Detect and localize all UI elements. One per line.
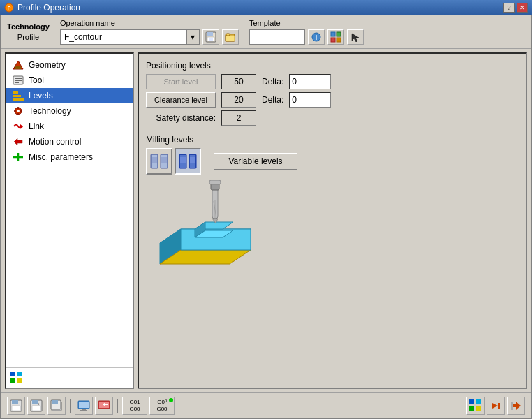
tool-label: Tool <box>29 75 44 85</box>
milling-mode2-icon <box>177 151 198 172</box>
save-all-icon <box>50 399 63 412</box>
template-input[interactable] <box>249 29 305 45</box>
help-button[interactable]: ? <box>503 3 515 13</box>
safety-value: 2 <box>221 110 256 126</box>
gcode-top: G01 <box>129 399 140 406</box>
gcode-mid1: G00 <box>129 406 140 413</box>
milling-mode2-btn[interactable] <box>175 148 201 175</box>
svg-text:P: P <box>8 6 11 10</box>
cursor-icon-btn[interactable] <box>347 29 364 45</box>
save-as-icon: + <box>30 399 43 412</box>
sidebar-item-tool[interactable]: Tool <box>6 73 133 88</box>
save-file-btn[interactable] <box>7 397 25 415</box>
start-delta-label: Delta: <box>262 77 283 87</box>
operation-name-row: F_contour ▾ <box>60 29 239 45</box>
exit-btn[interactable] <box>507 397 525 415</box>
dropdown-arrow-icon[interactable]: ▾ <box>186 30 199 44</box>
svg-rect-17 <box>15 66 21 69</box>
operation-name-section: Operation name F_contour ▾ <box>60 19 239 45</box>
gcode-bot: G00 <box>156 406 167 413</box>
right-panel: Positioning levels Start level 50 Delta:… <box>138 52 527 389</box>
svg-rect-11 <box>331 32 335 36</box>
sidebar-item-levels[interactable]: Levels <box>6 88 133 103</box>
motion-label: Motion control <box>29 137 81 147</box>
technology-icon <box>12 105 24 117</box>
start-level-button[interactable]: Start level <box>146 74 216 89</box>
sidebar-item-motion[interactable]: Motion control <box>6 134 133 149</box>
svg-rect-13 <box>331 38 335 42</box>
panel-footer <box>6 367 133 388</box>
link-icon <box>12 121 24 132</box>
milling-section: Milling levels <box>146 135 519 175</box>
clearance-level-value: 20 <box>221 92 256 108</box>
operation-name-combo[interactable]: F_contour ▾ <box>60 29 200 45</box>
separator2 <box>117 399 118 413</box>
grid-icon <box>469 399 482 412</box>
q2 <box>17 372 22 376</box>
levels-label: Levels <box>29 91 53 101</box>
template-save-btn[interactable] <box>327 29 344 45</box>
next-btn[interactable] <box>487 397 505 415</box>
svg-rect-86 <box>498 403 500 409</box>
svg-rect-7 <box>226 36 235 41</box>
save-icon-btn[interactable] <box>202 29 219 45</box>
sidebar-item-technology[interactable]: Technology <box>6 103 133 119</box>
clearance-level-row: Clearance level 20 Delta: <box>146 92 519 108</box>
q3 <box>10 378 15 383</box>
safety-label: Safety distance: <box>146 113 216 123</box>
milling-mode1-btn[interactable] <box>146 148 172 175</box>
3d-preview <box>146 180 286 271</box>
svg-rect-73 <box>32 406 40 411</box>
clearance-delta-input[interactable] <box>289 92 331 108</box>
title-bar: P Profile Operation ? ✕ <box>0 0 532 15</box>
svg-rect-46 <box>180 155 186 168</box>
save-icon <box>205 31 216 43</box>
svg-rect-19 <box>15 78 22 79</box>
exit-icon <box>510 400 522 411</box>
sidebar-item-geometry[interactable]: Geometry <box>6 57 133 73</box>
svg-rect-3 <box>207 32 213 36</box>
template-section: Template i <box>249 19 364 45</box>
svg-rect-24 <box>13 91 18 94</box>
export-icon <box>98 399 110 412</box>
clearance-delta-label: Delta: <box>262 95 283 105</box>
cursor-icon <box>350 32 360 42</box>
motion-icon <box>12 136 24 147</box>
save-file-icon <box>10 399 22 412</box>
geometry-label: Geometry <box>29 60 66 70</box>
gcode-btn2[interactable]: G0⁰ G00 <box>149 397 175 415</box>
bottom-toolbar: + <box>1 392 531 418</box>
milling-mode1-icon <box>149 151 170 172</box>
operation-name-label: Operation name <box>60 19 239 27</box>
variable-levels-button[interactable]: Variable levels <box>214 153 297 170</box>
preview-area <box>146 180 519 271</box>
clearance-level-button[interactable]: Clearance level <box>146 92 216 108</box>
sidebar-item-misc[interactable]: Misc. parameters <box>6 149 133 165</box>
svg-rect-77 <box>52 400 58 404</box>
quadrant-icon[interactable] <box>10 372 22 384</box>
levels-icon <box>12 90 24 101</box>
gcode-btn[interactable]: G01 G00 <box>122 397 147 415</box>
svg-rect-79 <box>79 402 89 408</box>
template-grid-icon <box>330 31 341 43</box>
save-all-btn[interactable] <box>47 397 66 415</box>
svg-rect-23 <box>13 95 21 97</box>
save-as-btn[interactable]: + <box>27 397 45 415</box>
svg-rect-21 <box>15 82 19 83</box>
sidebar-item-link[interactable]: Link <box>6 119 133 134</box>
start-delta-input[interactable] <box>289 74 331 89</box>
grid-btn[interactable] <box>466 397 485 415</box>
svg-marker-15 <box>352 34 359 42</box>
svg-text:i: i <box>316 34 318 41</box>
link-label: Link <box>29 122 44 131</box>
export-btn[interactable] <box>95 397 113 415</box>
misc-label: Misc. parameters <box>29 152 93 162</box>
info-icon-btn[interactable]: i <box>308 29 325 45</box>
open-icon-btn[interactable] <box>222 29 239 45</box>
content-area: Geometry Tool <box>1 49 531 392</box>
tool-icon <box>12 75 24 86</box>
svg-rect-14 <box>337 38 341 42</box>
tech-profile-section: Technology Profile <box>7 22 50 41</box>
monitor-btn[interactable] <box>75 397 93 415</box>
close-button[interactable]: ✕ <box>517 3 528 13</box>
